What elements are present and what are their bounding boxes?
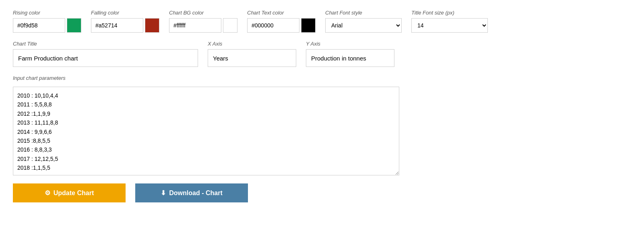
font-size-group: Title Font size (px) 10 11 12 13 14 16 1… [411, 10, 488, 33]
rising-color-label: Rising color [13, 10, 81, 16]
params-group: Input chart parameters 2010 : 10,10,4,4 … [13, 75, 399, 175]
yaxis-input[interactable] [306, 49, 394, 67]
text-color-input[interactable] [247, 18, 299, 33]
color-settings-row: Rising color Falling color Chart BG colo… [13, 10, 631, 33]
xaxis-label: X Axis [208, 41, 296, 47]
font-style-label: Chart Font style [325, 10, 402, 16]
font-size-label: Title Font size (px) [411, 10, 488, 16]
gear-icon: ⚙ [45, 189, 50, 197]
bg-color-group: Chart BG color [169, 10, 237, 33]
yaxis-group: Y Axis [306, 41, 394, 67]
chart-title-axis-row: Chart Title X Axis Y Axis [13, 41, 631, 67]
rising-color-group: Rising color [13, 10, 81, 33]
yaxis-label: Y Axis [306, 41, 394, 47]
bg-color-row [169, 18, 237, 33]
text-color-row [247, 18, 316, 33]
download-chart-button[interactable]: ⬇ Download - Chart [135, 183, 248, 202]
falling-color-group: Falling color [91, 10, 159, 33]
falling-color-input[interactable] [91, 18, 143, 33]
falling-color-row [91, 18, 159, 33]
xaxis-group: X Axis [208, 41, 296, 67]
bg-color-label: Chart BG color [169, 10, 237, 16]
rising-color-row [13, 18, 81, 33]
update-chart-button[interactable]: ⚙ Update Chart [13, 183, 126, 202]
bg-color-swatch[interactable] [223, 18, 237, 33]
download-icon: ⬇ [161, 189, 166, 197]
chart-title-label: Chart Title [13, 41, 198, 47]
font-style-group: Chart Font style Arial Times New Roman V… [325, 10, 402, 33]
text-color-label: Chart Text color [247, 10, 316, 16]
xaxis-input[interactable] [208, 49, 296, 67]
action-buttons-row: ⚙ Update Chart ⬇ Download - Chart [13, 183, 631, 202]
rising-color-input[interactable] [13, 18, 65, 33]
text-color-swatch[interactable] [301, 18, 316, 33]
params-label: Input chart parameters [13, 75, 399, 81]
params-textarea[interactable]: 2010 : 10,10,4,4 2011 : 5,5,8,8 2012 :1,… [13, 87, 399, 175]
chart-title-input[interactable] [13, 49, 198, 67]
falling-color-swatch[interactable] [145, 18, 159, 33]
download-chart-label: Download - Chart [169, 190, 222, 197]
chart-title-group: Chart Title [13, 41, 198, 67]
text-color-group: Chart Text color [247, 10, 316, 33]
update-chart-label: Update Chart [54, 190, 94, 197]
font-size-select[interactable]: 10 11 12 13 14 16 18 20 24 [411, 18, 488, 33]
falling-color-label: Falling color [91, 10, 159, 16]
rising-color-swatch[interactable] [67, 18, 81, 33]
font-style-select[interactable]: Arial Times New Roman Verdana Helvetica … [325, 18, 402, 33]
bg-color-input[interactable] [169, 18, 221, 33]
